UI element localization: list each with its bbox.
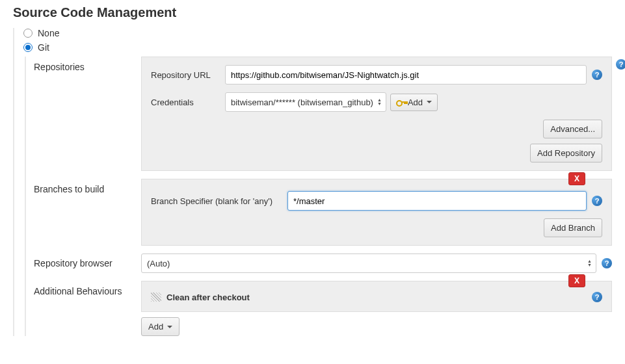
- delete-behaviour-button[interactable]: X: [568, 274, 585, 287]
- help-icon[interactable]: ?: [592, 196, 602, 206]
- drag-handle-icon[interactable]: [151, 292, 161, 302]
- label-repo-browser: Repository browser: [34, 258, 141, 268]
- label-repo-url: Repository URL: [151, 70, 225, 80]
- credentials-value: bitwiseman/****** (bitwiseman_github): [231, 98, 373, 107]
- clean-after-checkout-label: Clean after checkout: [166, 292, 250, 302]
- page-title: Source Code Management: [13, 5, 612, 20]
- scm-label-none: None: [38, 28, 59, 38]
- add-repository-button[interactable]: Add Repository: [530, 144, 602, 162]
- repo-url-input[interactable]: [225, 65, 587, 84]
- radio-icon: [23, 29, 33, 38]
- select-arrows-icon: ▲▼: [587, 259, 592, 267]
- delete-branch-button[interactable]: X: [568, 172, 585, 185]
- label-additional-behaviours: Additional Behaviours: [34, 281, 141, 336]
- radio-icon-selected: [23, 43, 33, 52]
- label-branches: Branches to build: [34, 179, 141, 246]
- add-cred-label: Add: [408, 98, 423, 107]
- repositories-panel: Repository URL ? Credentials bitwiseman/…: [141, 57, 612, 171]
- select-arrows-icon: ▲▼: [377, 98, 382, 106]
- help-icon[interactable]: ?: [592, 70, 602, 80]
- help-icon[interactable]: ?: [616, 59, 625, 70]
- branches-panel: X Branch Specifier (blank for 'any') ? A…: [141, 179, 612, 246]
- scm-option-none[interactable]: None: [23, 28, 612, 38]
- repo-browser-value: (Auto): [147, 259, 170, 268]
- label-repositories: Repositories: [34, 57, 141, 171]
- credentials-select[interactable]: bitwiseman/****** (bitwiseman_github) ▲▼: [225, 92, 386, 112]
- repo-browser-select[interactable]: (Auto) ▲▼: [141, 254, 596, 273]
- add-branch-button[interactable]: Add Branch: [544, 218, 602, 237]
- add-credentials-button[interactable]: Add: [390, 94, 438, 111]
- additional-behaviours-panel: X Clean after checkout ?: [141, 281, 612, 312]
- key-icon: [396, 99, 405, 105]
- add-behaviour-button[interactable]: Add: [141, 317, 180, 336]
- label-credentials: Credentials: [151, 98, 225, 107]
- scm-label-git: Git: [38, 42, 49, 53]
- help-icon[interactable]: ?: [592, 292, 602, 302]
- advanced-button[interactable]: Advanced...: [543, 120, 602, 138]
- label-branch-specifier: Branch Specifier (blank for 'any'): [151, 196, 287, 206]
- help-icon[interactable]: ?: [602, 258, 612, 268]
- add-behaviour-label: Add: [148, 322, 163, 332]
- branch-specifier-input[interactable]: [287, 191, 587, 211]
- scm-option-git[interactable]: Git: [23, 42, 612, 53]
